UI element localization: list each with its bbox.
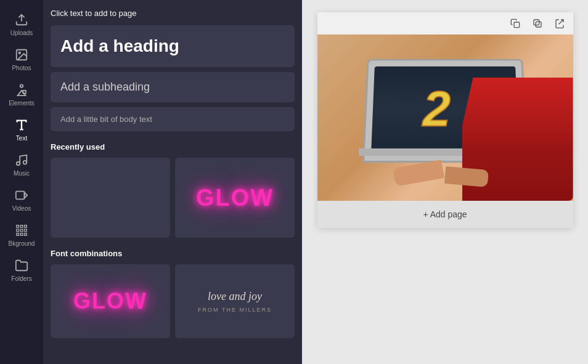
svg-rect-5 (23, 91, 26, 94)
text-panel: Click text to add to page Add a heading … (43, 0, 302, 364)
sidebar-item-videos[interactable]: Videos (0, 182, 43, 217)
person-hand-left (393, 160, 444, 186)
combo-cursive-sub: FROM THE MILLERS (198, 307, 272, 313)
heading-label: Add a heading (60, 36, 179, 55)
svg-rect-10 (16, 192, 25, 200)
panel-instruction: Click text to add to page (51, 9, 295, 18)
panel-collapse-button[interactable]: ‹ (300, 170, 302, 195)
font-combos-title: Font combinations (51, 249, 295, 258)
folders-icon (14, 258, 29, 273)
recently-card-empty[interactable] (51, 158, 170, 238)
uploads-icon (14, 12, 29, 27)
combo-card-glow[interactable]: GLOW (51, 264, 170, 338)
svg-rect-13 (536, 22, 541, 27)
svg-marker-11 (25, 192, 28, 198)
combo-cursive-text: love and joy (208, 289, 262, 304)
svg-rect-12 (514, 22, 520, 28)
svg-point-2 (18, 52, 20, 54)
sidebar-item-folders[interactable]: Folders (0, 252, 43, 287)
svg-point-8 (17, 162, 20, 166)
glow-text: GLOW (196, 185, 274, 211)
add-body-option[interactable]: Add a little bit of body text (51, 107, 295, 131)
body-label: Add a little bit of body text (60, 115, 152, 124)
page-image: 2 (317, 34, 573, 201)
sidebar: Uploads Photos Elements (0, 0, 43, 364)
recently-used-grid: GLOW (51, 158, 295, 238)
sidebar-item-text[interactable]: Text (0, 111, 43, 147)
sidebar-label-music: Music (14, 170, 30, 177)
photos-icon (14, 47, 29, 62)
add-subheading-option[interactable]: Add a subheading (51, 72, 295, 102)
sidebar-label-photos: Photos (12, 65, 31, 71)
music-icon (14, 153, 29, 168)
sidebar-item-uploads[interactable]: Uploads (0, 6, 43, 41)
copy-page-button[interactable] (507, 15, 524, 32)
videos-icon (14, 188, 29, 203)
sidebar-item-photos[interactable]: Photos (0, 41, 43, 76)
sidebar-item-elements[interactable]: Elements (0, 76, 43, 111)
share-page-button[interactable] (551, 15, 568, 32)
combo-glow-text: GLOW (73, 288, 147, 314)
sidebar-label-text: Text (16, 135, 27, 142)
add-page-button[interactable]: + Add page (317, 201, 573, 228)
duplicate-page-button[interactable] (529, 15, 546, 32)
svg-rect-14 (534, 20, 539, 25)
text-icon (14, 118, 29, 132)
sidebar-label-videos: Videos (12, 205, 31, 212)
add-heading-option[interactable]: Add a heading (51, 25, 295, 67)
font-combos-grid: GLOW love and joy FROM THE MILLERS (51, 264, 295, 338)
svg-point-3 (20, 84, 23, 87)
svg-point-9 (23, 161, 27, 164)
sidebar-item-music[interactable]: Music (0, 147, 43, 182)
sidebar-label-elements: Elements (9, 100, 35, 107)
subheading-label: Add a subheading (60, 81, 150, 93)
sidebar-label-folders: Folders (11, 275, 31, 282)
background-icon (14, 223, 29, 238)
add-page-label: + Add page (423, 209, 467, 219)
page-container: 2 + Add page (317, 12, 573, 228)
recently-used-title: Recently used (51, 142, 295, 152)
person-hand-right (444, 166, 489, 187)
sidebar-label-background: Bkground (9, 240, 35, 247)
recently-card-glow[interactable]: GLOW (175, 158, 295, 238)
sidebar-item-background[interactable]: Bkground (0, 217, 43, 252)
canvas-area: 2 + Add page (302, 0, 588, 364)
combo-card-cursive[interactable]: love and joy FROM THE MILLERS (175, 264, 295, 338)
svg-text:2: 2 (421, 83, 451, 137)
laptop-scene: 2 (317, 34, 573, 201)
elements-icon (14, 83, 29, 97)
sidebar-label-uploads: Uploads (10, 30, 33, 36)
page-toolbar (317, 12, 573, 34)
